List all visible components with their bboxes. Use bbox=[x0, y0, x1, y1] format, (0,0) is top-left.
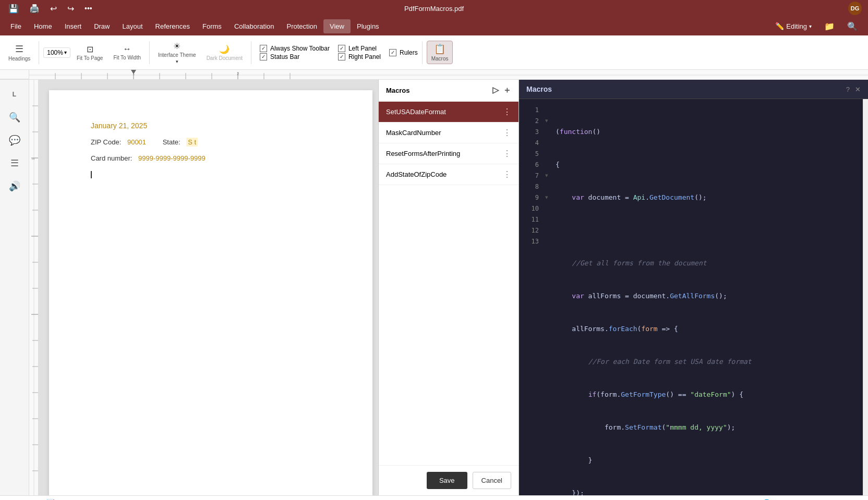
macro-name-3: AddStateOfZipCode bbox=[386, 170, 447, 178]
search-btn[interactable]: 🔍 bbox=[841, 18, 864, 34]
macro-item-1[interactable]: MaskCardNumber ⋮ bbox=[379, 123, 519, 143]
page-content: January 21, 2025 ZIP Code: 90001 State: … bbox=[91, 121, 341, 178]
menu-home[interactable]: Home bbox=[28, 19, 58, 33]
svg-rect-0 bbox=[29, 70, 868, 79]
ln-8: 8 bbox=[519, 181, 545, 192]
menu-layout[interactable]: Layout bbox=[116, 19, 149, 33]
view-options-2: ✓ Left Panel ✓ Right Panel bbox=[338, 45, 381, 60]
more-btn[interactable]: ••• bbox=[82, 3, 94, 14]
cancel-button[interactable]: Cancel bbox=[473, 472, 511, 489]
dark-document-btn[interactable]: 🌙 Dark Document bbox=[202, 42, 247, 63]
sidebar-comment-btn[interactable]: 💬 bbox=[4, 130, 25, 151]
scrollbar-vertical[interactable] bbox=[863, 99, 868, 495]
code-content[interactable]: (function() { var document = Api.GetDocu… bbox=[553, 99, 863, 495]
macro-more-0[interactable]: ⋮ bbox=[503, 107, 511, 117]
menu-plugins[interactable]: Plugins bbox=[351, 19, 385, 33]
always-show-toolbar-option[interactable]: ✓ Always Show Toolbar bbox=[260, 45, 330, 52]
title-bar-right: DG bbox=[848, 2, 862, 15]
macro-more-1[interactable]: ⋮ bbox=[503, 128, 511, 138]
macro-name-1: MaskCardNumber bbox=[386, 129, 441, 137]
code-editor-close-btn[interactable]: ✕ bbox=[855, 86, 861, 93]
sidebar-headings-btn[interactable]: ☰ bbox=[4, 153, 25, 174]
sidebar-speaker-btn[interactable]: 🔊 bbox=[4, 176, 25, 197]
card-label: Card number: bbox=[91, 154, 132, 162]
user-avatar[interactable]: DG bbox=[848, 2, 862, 15]
ruler-horizontal: 1 2 bbox=[29, 70, 868, 79]
print-btn[interactable]: 🖨️ bbox=[27, 3, 42, 15]
state-value: S t bbox=[186, 138, 198, 147]
macro-item-3[interactable]: AddStateOfZipCode ⋮ bbox=[379, 164, 519, 185]
fold-4 bbox=[545, 137, 553, 148]
rulers-option[interactable]: ✓ Rulers bbox=[389, 49, 418, 56]
left-sidebar: L 🔍 💬 ☰ 🔊 bbox=[0, 80, 29, 495]
code-line-7: allForms.forEach(form => { bbox=[553, 323, 863, 334]
sep1 bbox=[39, 41, 39, 64]
svg-text:2: 2 bbox=[237, 71, 239, 76]
ln-13: 13 bbox=[519, 236, 545, 247]
rulers-checkbox[interactable]: ✓ bbox=[389, 49, 396, 56]
card-value: 9999-9999-9999-9999 bbox=[138, 154, 206, 162]
fold-7[interactable]: ▾ bbox=[545, 170, 553, 181]
menu-forms[interactable]: Forms bbox=[196, 19, 228, 33]
fold-12 bbox=[545, 225, 553, 236]
date-value: January 21, 2025 bbox=[91, 121, 147, 130]
zoom-control[interactable]: 100% ▾ bbox=[43, 47, 70, 58]
always-show-toolbar-checkbox[interactable]: ✓ bbox=[260, 45, 267, 52]
ln-4: 4 bbox=[519, 137, 545, 148]
zip-label: ZIP Code: bbox=[91, 138, 121, 146]
title-bar-controls: 💾 🖨️ ↩ ↪ ••• bbox=[6, 3, 94, 15]
menu-references[interactable]: References bbox=[149, 19, 196, 33]
headings-btn[interactable]: ☰ Headings bbox=[4, 41, 34, 64]
save-title-btn[interactable]: 💾 bbox=[6, 3, 21, 15]
code-editor-inner: 1 2 3 4 5 6 7 8 9 10 11 12 13 ▾ bbox=[519, 99, 868, 495]
add-macro-btn[interactable]: ＋ bbox=[503, 85, 511, 96]
menu-collaboration[interactable]: Collaboration bbox=[228, 19, 281, 33]
macro-name-2: ResetFormsAfterPrinting bbox=[386, 150, 460, 157]
macro-more-3[interactable]: ⋮ bbox=[503, 169, 511, 179]
menu-insert[interactable]: Insert bbox=[58, 19, 88, 33]
sidebar-search-btn[interactable]: 🔍 bbox=[4, 107, 25, 128]
code-line-11: } bbox=[553, 455, 863, 466]
status-bar-option[interactable]: ✓ Status Bar bbox=[260, 53, 330, 60]
interface-theme-btn[interactable]: ☀ Interface Theme ▾ bbox=[154, 39, 200, 66]
macro-item-0[interactable]: SetUSADateFormat ⋮ bbox=[379, 102, 519, 123]
macro-more-2[interactable]: ⋮ bbox=[503, 149, 511, 158]
zip-state-field: ZIP Code: 90001 State: S t bbox=[91, 138, 341, 146]
ln-2: 2 bbox=[519, 115, 545, 126]
run-macro-btn[interactable]: ▷ bbox=[492, 85, 499, 96]
right-panel-option[interactable]: ✓ Right Panel bbox=[338, 53, 381, 60]
editing-btn[interactable]: ✏️ Editing ▾ bbox=[769, 19, 818, 33]
fit-to-width-btn[interactable]: ↔ Fit To Width bbox=[109, 42, 145, 63]
status-bar-checkbox[interactable]: ✓ bbox=[260, 53, 267, 60]
card-field: Card number: 9999-9999-9999-9999 bbox=[91, 154, 341, 162]
fit-to-page-btn[interactable]: ⊡ Fit To Page bbox=[73, 42, 107, 63]
code-line-10: form.SetFormat("mmmm dd, yyyy"); bbox=[553, 422, 863, 433]
code-editor: Macros ? ✕ 1 2 3 4 5 6 7 8 9 10 11 12 13 bbox=[519, 80, 868, 495]
code-line-6: var allForms = document.GetAllForms(); bbox=[553, 290, 863, 301]
menu-view[interactable]: View bbox=[323, 19, 351, 33]
redo-btn[interactable]: ↪ bbox=[65, 3, 76, 15]
ln-3: 3 bbox=[519, 126, 545, 137]
undo-btn[interactable]: ↩ bbox=[48, 3, 59, 15]
left-panel-checkbox[interactable]: ✓ bbox=[338, 45, 345, 52]
menu-draw[interactable]: Draw bbox=[88, 19, 116, 33]
sep3 bbox=[251, 41, 251, 64]
ruler-corner bbox=[0, 70, 29, 79]
code-line-3: var document = Api.GetDocument(); bbox=[553, 192, 863, 203]
code-editor-help-btn[interactable]: ? bbox=[846, 86, 850, 93]
macro-item-2[interactable]: ResetFormsAfterPrinting ⋮ bbox=[379, 143, 519, 164]
macros-panel-header: Macros ▷ ＋ bbox=[379, 80, 519, 102]
main-area: L 🔍 💬 ☰ 🔊 1 bbox=[0, 80, 868, 495]
right-panel-checkbox[interactable]: ✓ bbox=[338, 53, 345, 60]
code-line-9: if(form.GetFormType() == "dateForm") { bbox=[553, 389, 863, 400]
menu-protection[interactable]: Protection bbox=[280, 19, 323, 33]
fold-indicators: ▾ ▾ ▾ bbox=[545, 99, 553, 495]
folder-btn[interactable]: 📁 bbox=[818, 18, 841, 34]
ruler-vertical: 1 bbox=[29, 80, 39, 495]
menu-file[interactable]: File bbox=[4, 19, 28, 33]
fold-9[interactable]: ▾ bbox=[545, 192, 553, 203]
fold-2[interactable]: ▾ bbox=[545, 115, 553, 126]
save-button[interactable]: Save bbox=[427, 472, 467, 489]
macros-btn[interactable]: 📋 Macros bbox=[427, 41, 453, 64]
left-panel-option[interactable]: ✓ Left Panel bbox=[338, 45, 381, 52]
